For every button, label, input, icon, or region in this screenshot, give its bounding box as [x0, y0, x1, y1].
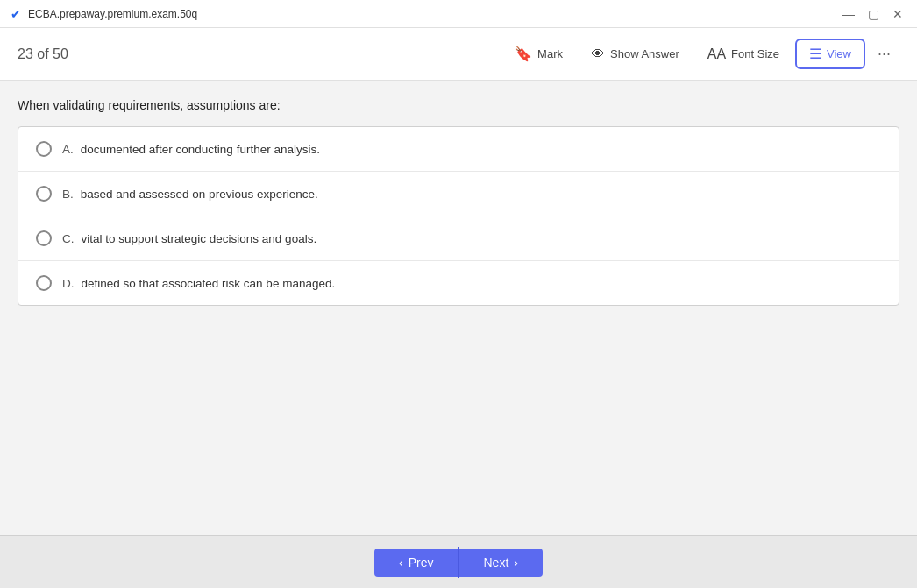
font-icon: AA — [707, 46, 726, 62]
question-counter: 23 of 50 — [18, 46, 502, 62]
option-text-d: defined so that associated risk can be m… — [82, 277, 336, 290]
view-label: View — [827, 47, 851, 60]
option-text-b: based and assessed on previous experienc… — [81, 188, 318, 201]
show-answer-label: Show Answer — [610, 47, 679, 60]
app-icon: ✔ — [11, 7, 21, 21]
option-text-c: vital to support strategic decisions and… — [82, 232, 317, 245]
option-letter-c: C. — [62, 232, 75, 245]
bottom-nav: ‹ Prev Next › — [0, 535, 917, 588]
show-answer-button[interactable]: 👁 Show Answer — [579, 41, 692, 67]
radio-d — [36, 275, 52, 291]
option-letter-d: D. — [62, 277, 75, 290]
mark-button[interactable]: 🔖 Mark — [502, 40, 575, 67]
more-button[interactable]: ··· — [869, 39, 899, 68]
eye-icon: 👁 — [591, 46, 605, 62]
bookmark-icon: 🔖 — [515, 46, 532, 62]
option-d[interactable]: D. defined so that associated risk can b… — [18, 261, 899, 305]
radio-b — [36, 186, 52, 202]
prev-button[interactable]: ‹ Prev — [374, 549, 458, 577]
window-controls: ― ▢ ✕ — [840, 5, 906, 23]
next-label: Next — [484, 556, 509, 570]
maximize-button[interactable]: ▢ — [864, 5, 882, 23]
option-b[interactable]: B. based and assessed on previous experi… — [18, 172, 899, 216]
font-size-label: Font Size — [731, 47, 779, 60]
minimize-button[interactable]: ― — [840, 5, 857, 23]
font-size-button[interactable]: AA Font Size — [695, 41, 792, 67]
close-button[interactable]: ✕ — [889, 5, 906, 23]
option-a[interactable]: A. documented after conducting further a… — [18, 127, 899, 172]
options-container: A. documented after conducting further a… — [18, 126, 899, 306]
title-bar: ✔ ECBA.prepaway.premium.exam.50q ― ▢ ✕ — [0, 0, 917, 28]
radio-a — [36, 141, 52, 157]
option-c[interactable]: C. vital to support strategic decisions … — [18, 216, 899, 261]
view-button[interactable]: ☰ View — [795, 39, 865, 69]
prev-icon: ‹ — [399, 556, 403, 570]
next-icon: › — [514, 556, 518, 570]
toolbar-actions: 🔖 Mark 👁 Show Answer AA Font Size ☰ View… — [502, 39, 899, 69]
question-text: When validating requirements, assumption… — [18, 98, 899, 112]
prev-label: Prev — [409, 556, 434, 570]
view-icon: ☰ — [809, 46, 821, 62]
radio-c — [36, 230, 52, 246]
window-title: ECBA.prepaway.premium.exam.50q — [28, 8, 840, 20]
option-letter-a: A. — [62, 143, 74, 156]
mark-label: Mark — [537, 47, 563, 60]
toolbar: 23 of 50 🔖 Mark 👁 Show Answer AA Font Si… — [0, 28, 917, 81]
option-text-a: documented after conducting further anal… — [81, 143, 320, 156]
main-content: When validating requirements, assumption… — [0, 81, 917, 535]
next-button[interactable]: Next › — [459, 549, 543, 577]
option-letter-b: B. — [62, 188, 74, 201]
